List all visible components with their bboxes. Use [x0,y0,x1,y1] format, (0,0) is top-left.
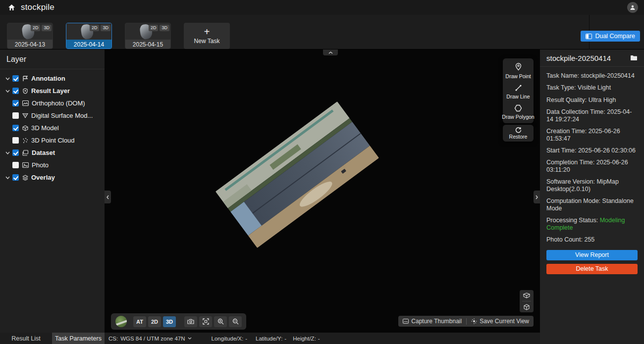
task-card-2025-04-15[interactable]: 2D 3D 2025-04-15 [125,23,171,49]
task-card-2025-04-14-selected[interactable]: 2D 3D 2025-04-14 [66,23,112,49]
detail-software-version: Software Version: MipMap Desktop(2.0.10) [546,178,638,193]
chevron-up-icon [328,51,333,54]
dual-compare-button[interactable]: Dual Compare [581,31,640,42]
cube-view-button[interactable] [520,301,534,312]
collapse-top-strip-button[interactable] [323,49,338,55]
detail-photo-count: Photo Count: 255 [546,236,638,244]
task-card-list: 2D 3D 2025-04-13 2D 3D 2025-04-14 [7,23,230,49]
flat-cube-view-button[interactable] [520,290,534,301]
user-icon [630,4,636,10]
map-viewport[interactable]: Draw Point Draw Line Draw Polygon Restor… [105,49,540,333]
overlay-checkbox[interactable] [12,174,19,181]
save-current-view-button[interactable]: Save Current View [471,318,529,325]
view-report-button[interactable]: View Report [546,250,638,260]
chevron-down-icon[interactable] [4,90,11,93]
tree-row-annotation[interactable]: Annotation [0,72,105,85]
home-icon [8,4,15,11]
home-button[interactable] [6,2,17,13]
dual-compare-label: Dual Compare [595,33,635,40]
thumbnail-image-icon [403,319,409,324]
capture-thumbnail-button[interactable]: Capture Thumbnail [403,318,462,325]
layer-label: Orthophoto (DOM) [32,99,85,107]
status-bar: CS: WGS 84 / UTM zone 47N Longitude/X:- … [108,336,320,342]
cube-icon [22,125,28,131]
badge-group: 2D 3D [149,25,169,31]
new-task-button[interactable]: + New Task [184,23,230,49]
draw-tools-panel: Draw Point Draw Line Draw Polygon [503,58,534,123]
separator [466,318,467,325]
open-folder-button[interactable] [630,55,638,61]
tree-row-dataset[interactable]: Dataset [0,147,105,159]
task-date-label: 2025-04-14 [66,40,111,49]
orthophoto-checkbox[interactable] [12,100,19,106]
tree-row-result-layer[interactable]: Result Layer [0,85,105,97]
draw-line-button[interactable]: Draw Line [503,84,534,99]
plus-icon: + [204,27,210,36]
tree-row-3d-model[interactable]: 3D Model [0,122,105,134]
cs-value: WGS 84 / UTM zone 47N [120,336,185,342]
restore-button[interactable]: Restore [503,125,534,142]
triangle-dsm-icon [22,113,28,118]
task-card-2025-04-13[interactable]: 2D 3D 2025-04-13 [7,23,53,49]
minimap-thumbnail-button[interactable] [115,316,127,327]
capture-bar: Capture Thumbnail Save Current View [398,316,534,327]
view-mode-2d-button[interactable]: 2D [148,316,161,327]
view-mode-at-button[interactable]: AT [133,316,146,327]
badge-2d: 2D [90,25,100,31]
model-3d-checkbox[interactable] [12,125,19,131]
detail-processing-status: Processing Status: Modeling Complete [546,217,638,232]
chevron-left-icon [107,195,109,199]
line-icon [515,84,522,92]
dataset-icon [22,150,29,156]
zoom-in-button[interactable] [214,316,227,327]
task-date-label: 2025-04-13 [7,40,53,49]
draw-polygon-button[interactable]: Draw Polygon [503,104,534,120]
tree-row-3d-point-cloud[interactable]: 3D Point Cloud [0,134,105,147]
orthophoto-image [215,101,379,248]
map-action-group [184,316,242,327]
detail-creation-time: Creation Time: 2025-06-26 01:53:47 [546,128,638,143]
chevron-down-icon[interactable] [4,77,11,80]
badge-3d: 3D [42,25,52,31]
task-date-label: 2025-04-15 [125,40,170,49]
screenshot-button[interactable] [184,316,197,327]
annotation-checkbox[interactable] [12,75,19,82]
photo-checkbox[interactable] [12,162,19,168]
coordinate-system-dropdown[interactable]: CS: WGS 84 / UTM zone 47N [108,336,192,342]
tree-row-photo[interactable]: Photo [0,159,105,171]
restore-label: Restore [509,134,528,140]
result-layer-checkbox[interactable] [12,88,19,94]
collapse-right-panel-button[interactable] [534,191,540,203]
layer-panel-title: Layer [0,49,105,69]
chevron-down-icon[interactable] [4,176,11,179]
tree-row-dsm[interactable]: Digital Surface Mod... [0,109,105,122]
map-toolbar: AT 2D 3D [111,313,246,330]
point-cloud-checkbox[interactable] [12,137,19,144]
view-mode-3d-button[interactable]: 3D [163,316,176,327]
task-detail-panel: stockpile-20250414 Task Name: stockpile-… [540,49,644,344]
layer-label: Dataset [32,149,55,156]
camera-icon [187,319,194,324]
tree-row-orthophoto[interactable]: Orthophoto (DOM) [0,97,105,109]
app-title: stockpile [21,2,54,12]
collapse-left-panel-button[interactable] [105,191,111,203]
zoom-out-button[interactable] [229,316,242,327]
badge-2d: 2D [149,25,159,31]
chevron-down-icon[interactable] [4,151,11,154]
dataset-checkbox[interactable] [12,149,19,156]
save-view-icon [471,318,477,324]
zoom-out-icon [232,318,239,325]
delete-task-button[interactable]: Delete Task [546,264,638,274]
tab-task-parameters[interactable]: Task Parameters [52,333,105,344]
restore-icon [515,127,522,133]
folder-icon [630,55,638,61]
layer-label: Overlay [31,174,55,181]
fit-view-button[interactable] [199,316,212,327]
draw-point-button[interactable]: Draw Point [503,63,534,79]
tab-result-list[interactable]: Result List [0,333,52,344]
user-avatar-button[interactable] [627,2,638,13]
dsm-checkbox[interactable] [12,112,19,119]
draw-point-label: Draw Point [505,73,531,79]
detail-completion-time: Completion Time: 2025-06-26 03:11:20 [546,159,638,174]
tree-row-overlay[interactable]: Overlay [0,171,105,184]
